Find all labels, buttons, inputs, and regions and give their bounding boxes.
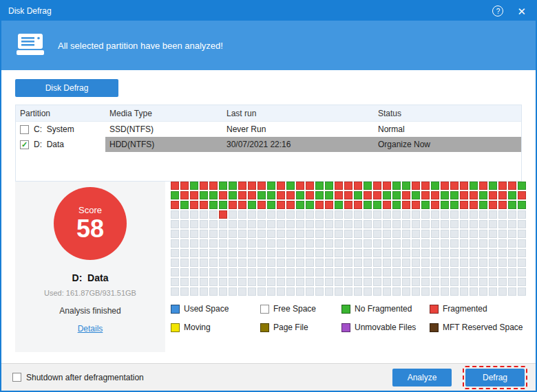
details-link[interactable]: Details: [78, 324, 103, 334]
block-cell: [229, 268, 237, 276]
legend-label: Fragmented: [443, 304, 487, 314]
block-cell: [171, 239, 179, 248]
block-cell: [508, 287, 516, 296]
partition-row[interactable]: C: SystemSSD(NTFS)Never RunNormal: [16, 122, 521, 137]
block-cell: [325, 201, 333, 209]
shutdown-option[interactable]: Shutdown after defragmentation: [12, 373, 144, 382]
block-cell: [354, 220, 362, 228]
block-cell: [248, 239, 256, 248]
block-cell: [421, 239, 430, 248]
block-cell: [238, 239, 246, 248]
block-cell: [306, 191, 314, 199]
block-cell: [315, 268, 324, 276]
block-cell: [335, 201, 343, 209]
block-cell: [171, 287, 179, 296]
block-cell: [315, 210, 324, 219]
block-cell: [229, 230, 237, 238]
block-cell: [431, 191, 439, 199]
block-cell: [190, 220, 198, 228]
block-cell: [344, 191, 352, 199]
block-cell: [498, 278, 507, 286]
block-cell: [335, 259, 343, 267]
legend-swatch: [341, 323, 350, 332]
block-cell: [286, 210, 295, 219]
block-cell: [373, 182, 381, 190]
block-cell: [325, 210, 333, 219]
block-cell: [315, 220, 324, 228]
block-cell: [180, 249, 189, 257]
block-cell: [373, 239, 381, 248]
partition-checkbox[interactable]: [20, 125, 29, 134]
close-button[interactable]: ✕: [514, 6, 529, 17]
block-cell: [364, 278, 372, 286]
block-cell: [431, 239, 439, 248]
block-cell: [383, 220, 391, 228]
block-cell: [306, 239, 314, 248]
block-cell: [460, 259, 468, 267]
block-cell: [489, 220, 497, 228]
block-cell: [229, 239, 237, 248]
block-cell: [306, 210, 314, 219]
block-cell: [277, 278, 285, 286]
block-cell: [470, 287, 478, 296]
block-cell: [238, 220, 246, 228]
block-cell: [344, 278, 352, 286]
block-cell: [470, 182, 478, 190]
block-cell: [267, 268, 275, 276]
block-cell: [431, 268, 439, 276]
block-cell: [296, 287, 304, 296]
score-circle: Score 58: [54, 187, 127, 260]
lastrun-cell: Never Run: [222, 122, 374, 137]
block-cell: [460, 239, 468, 248]
block-cell: [180, 182, 189, 190]
shutdown-checkbox[interactable]: [12, 373, 21, 382]
block-cell: [392, 182, 401, 190]
block-cell: [518, 230, 526, 238]
partition-row[interactable]: ✓D: DataHDD(NTFS)30/07/2021 22:16Organiz…: [16, 137, 521, 152]
partition-label: D: Data: [34, 140, 64, 149]
block-cell: [180, 220, 189, 228]
block-cell: [277, 259, 285, 267]
block-cell: [286, 249, 295, 257]
block-cell: [364, 201, 372, 209]
block-cell: [441, 287, 449, 296]
block-cell: [460, 230, 468, 238]
analyze-button[interactable]: Analyze: [392, 369, 452, 386]
block-cell: [373, 268, 381, 276]
block-cell: [344, 182, 352, 190]
block-cell: [412, 259, 420, 267]
block-cell: [306, 249, 314, 257]
blockmap-panel: Used SpaceFree SpaceNo FragmentedFragmen…: [165, 182, 526, 352]
block-cell: [296, 268, 304, 276]
defrag-button[interactable]: Defrag: [465, 369, 525, 386]
block-cell: [219, 239, 227, 248]
block-cell: [286, 278, 295, 286]
help-button[interactable]: ?: [492, 6, 503, 17]
block-cell: [364, 182, 372, 190]
block-cell: [344, 268, 352, 276]
block-cell: [441, 259, 449, 267]
block-cell: [180, 278, 189, 286]
block-cell: [344, 249, 352, 257]
block-cell: [238, 249, 246, 257]
block-cell: [200, 191, 208, 199]
legend-swatch: [341, 305, 350, 314]
block-cell: [171, 268, 179, 276]
block-cell: [431, 201, 439, 209]
block-cell: [306, 182, 314, 190]
block-cell: [450, 220, 459, 228]
block-cell: [470, 249, 478, 257]
block-cell: [277, 239, 285, 248]
block-cell: [498, 230, 507, 238]
block-cell: [277, 268, 285, 276]
disk-defrag-tab[interactable]: Disk Defrag: [15, 79, 118, 97]
partition-checkbox[interactable]: ✓: [20, 140, 29, 149]
block-cell: [286, 182, 295, 190]
block-cell: [412, 220, 420, 228]
block-cell: [306, 278, 314, 286]
block-cell: [431, 220, 439, 228]
block-cell: [267, 201, 275, 209]
block-cell: [392, 230, 401, 238]
block-cell: [421, 268, 430, 276]
block-cell: [248, 210, 256, 219]
